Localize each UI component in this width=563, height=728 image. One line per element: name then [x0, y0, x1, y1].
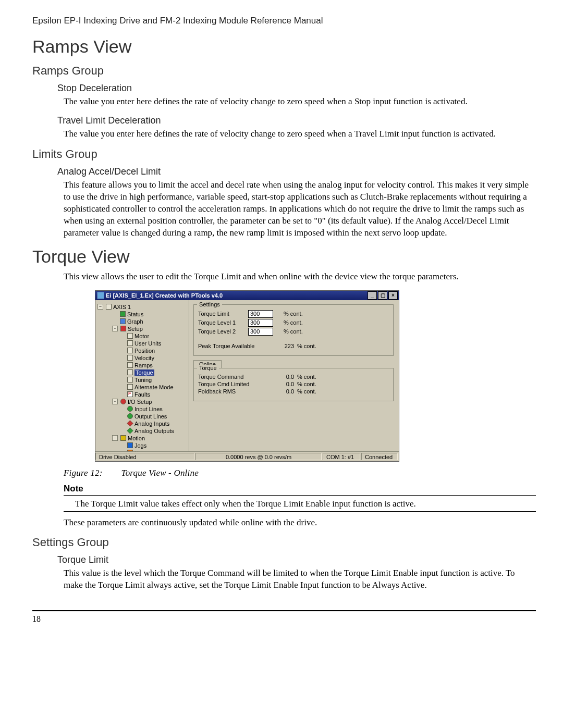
tree-item-status[interactable]: Status: [97, 311, 187, 318]
note-rule-bottom: [64, 511, 536, 512]
field-unit: % cont.: [284, 328, 303, 335]
tree-item-label: Input Lines: [134, 406, 163, 412]
peak-torque-label: Peak Torque Available: [198, 343, 276, 349]
tree-expander-icon[interactable]: -: [112, 326, 118, 331]
window-titlebar[interactable]: Ei [AXIS_EI_1.Ex] Created with PTools v4…: [95, 291, 399, 300]
heading-analog-limit: Analog Accel/Decel Limit: [57, 166, 536, 177]
tree-item-label: Home: [134, 450, 150, 451]
status-drive: Drive Disabled: [95, 453, 194, 460]
readout-torque-command: Torque Command0.0% cont.: [198, 374, 389, 380]
page-number: 18: [32, 614, 536, 624]
figure-title: Torque View - Online: [121, 468, 199, 478]
diamond-icon: [127, 420, 133, 426]
tree-item-label: Torque: [134, 369, 154, 376]
body-post-note: These parameters are continuously update…: [64, 517, 536, 529]
tree-item-motor[interactable]: Motor: [97, 332, 187, 340]
field-label: Torque Level 2: [198, 328, 248, 335]
blue-icon: [120, 318, 126, 324]
tree-item-position[interactable]: Position: [97, 347, 187, 354]
tree-item-home[interactable]: Home: [97, 449, 187, 451]
peak-torque-unit: % cont.: [297, 343, 316, 349]
doc-icon: [127, 340, 133, 346]
status-com: COM 1: #1: [323, 453, 360, 460]
tree-expander-icon[interactable]: −: [97, 304, 103, 310]
field-input[interactable]: [248, 328, 273, 336]
tree-item-label: Ramps: [134, 362, 153, 368]
tree-item-i-o-setup[interactable]: -I/O Setup: [97, 398, 187, 405]
tree-item-input-lines[interactable]: Input Lines: [97, 405, 187, 413]
doc-icon: [127, 348, 133, 353]
field-label: Torque Limit: [198, 311, 248, 317]
tree-item-graph[interactable]: Graph: [97, 318, 187, 325]
note-label: Note: [64, 484, 536, 494]
field-input[interactable]: [248, 310, 273, 318]
doc-icon: [127, 362, 133, 368]
tree-item-analog-inputs[interactable]: Analog Inputs: [97, 420, 187, 427]
tree-item-label: Tuning: [134, 377, 152, 383]
heading-travel-decel: Travel Limit Deceleration: [57, 115, 536, 126]
arrow-icon: [127, 442, 133, 448]
figure-caption: Figure 12:Torque View - Online: [64, 468, 536, 478]
tree-item-analog-outputs[interactable]: Analog Outputs: [97, 427, 187, 435]
tree-item-velocity[interactable]: Velocity: [97, 354, 187, 362]
tree-item-label: Velocity: [134, 355, 154, 361]
tree-item-label: Output Lines: [134, 413, 167, 419]
readout-label: Torque Cmd Limited: [198, 381, 276, 387]
body-torque-intro: This view allows the user to edit the To…: [64, 271, 536, 283]
tree-item-output-lines[interactable]: Output Lines: [97, 413, 187, 420]
status-position: 0.0000 revs @ 0.0 revs/m: [195, 453, 322, 460]
readout-value: 0.0: [276, 388, 294, 394]
readout-torque-cmd-limited: Torque Cmd Limited0.0% cont.: [198, 381, 389, 387]
field-input[interactable]: [248, 319, 273, 327]
tree-item-label: Motion: [128, 435, 145, 441]
tree-item-label: User Units: [134, 340, 161, 347]
group-settings: Settings Torque Limit% cont.Torque Level…: [193, 304, 394, 356]
heading-torque-limit: Torque Limit: [57, 554, 536, 565]
tree-root[interactable]: AXIS 1: [113, 304, 131, 310]
body-analog-limit: This feature allows you to limit the acc…: [64, 179, 536, 239]
field-unit: % cont.: [284, 311, 303, 317]
nav-tree[interactable]: − AXIS 1 StatusGraph-SetupMotorUser Unit…: [95, 300, 189, 451]
doc-icon: [127, 377, 133, 382]
content-pane: Settings Torque Limit% cont.Torque Level…: [189, 300, 399, 451]
note-rule-top: [64, 495, 536, 496]
grncirc-icon: [127, 413, 133, 419]
doc-icon: [127, 369, 133, 375]
tree-expander-icon[interactable]: -: [112, 399, 118, 404]
figure-torque-view: Ei [AXIS_EI_1.Ex] Created with PTools v4…: [95, 290, 536, 462]
tree-item-label: Position: [134, 348, 155, 354]
readout-unit: % cont.: [297, 388, 316, 394]
tree-item-ramps[interactable]: Ramps: [97, 362, 187, 369]
maximize-button[interactable]: ▢: [378, 291, 387, 300]
window-ptools: Ei [AXIS_EI_1.Ex] Created with PTools v4…: [95, 290, 399, 462]
readout-label: Foldback RMS: [198, 388, 276, 394]
close-button[interactable]: ×: [388, 291, 398, 300]
tree-item-alternate-mode[interactable]: Alternate Mode: [97, 384, 187, 391]
readout-unit: % cont.: [297, 381, 316, 387]
tree-item-torque[interactable]: Torque: [97, 369, 187, 376]
status-connection: Connected: [361, 453, 398, 460]
tree-item-label: Setup: [128, 326, 143, 332]
group-settings-legend: Settings: [197, 301, 222, 307]
tree-item-label: Jogs: [134, 442, 146, 449]
tree-item-faults[interactable]: Faults: [97, 391, 187, 398]
tree-item-setup[interactable]: -Setup: [97, 325, 187, 332]
status-bar: Drive Disabled 0.0000 revs @ 0.0 revs/m …: [95, 451, 399, 461]
tree-item-motion[interactable]: -Motion: [97, 435, 187, 442]
figure-number: Figure 12:: [64, 468, 103, 478]
manual-header: Epsilon EP-I Indexing Drive and FM-2 Ind…: [32, 16, 536, 26]
tree-item-tuning[interactable]: Tuning: [97, 376, 187, 384]
heading-torque-view: Torque View: [32, 246, 536, 267]
minimize-button[interactable]: _: [368, 291, 377, 300]
body-stop-decel: The value you enter here defines the rat…: [64, 96, 536, 108]
readout-unit: % cont.: [297, 374, 316, 380]
doc-icon: [127, 355, 133, 361]
body-travel-decel: The value you enter here defines the rat…: [64, 128, 536, 140]
tree-expander-icon[interactable]: -: [112, 435, 118, 441]
tree-item-user-units[interactable]: User Units: [97, 340, 187, 347]
tree-item-label: Status: [127, 311, 143, 317]
page-footer-rule: [32, 610, 536, 611]
tree-item-label: Alternate Mode: [134, 384, 174, 390]
tree-item-jogs[interactable]: Jogs: [97, 442, 187, 449]
heading-settings-group: Settings Group: [32, 536, 536, 549]
